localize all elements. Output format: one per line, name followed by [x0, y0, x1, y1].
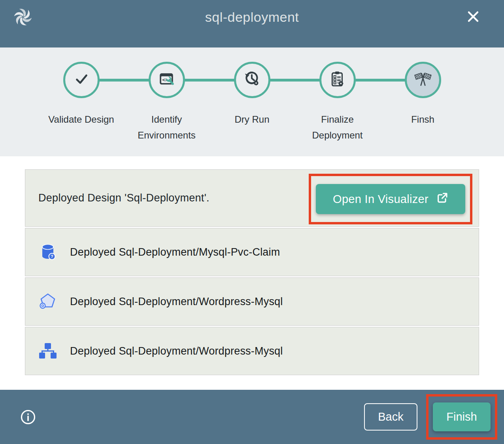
- back-button[interactable]: Back: [364, 403, 417, 431]
- finish-button[interactable]: Finish: [433, 402, 491, 431]
- step-dry-run: Dry Run: [210, 62, 295, 143]
- modal-header: sql-deployment: [0, 0, 504, 47]
- result-row-text: Deployed Sql-Deployment/Wordpress-Mysql: [70, 345, 283, 357]
- step-circle-finish: [405, 62, 441, 98]
- step-circle-finalize: [319, 62, 356, 98]
- check-icon: [72, 70, 91, 90]
- checkered-flags-icon: [414, 70, 432, 90]
- step-circle-identify: <>: [149, 62, 185, 98]
- step-circle-dry-run: [234, 62, 270, 98]
- modal-footer: Back Finish: [0, 390, 504, 444]
- step-validate-design: Validate Design: [39, 62, 124, 143]
- result-row-wordpress-mysql-2: Deployed Sql-Deployment/Wordpress-Mysql: [25, 327, 479, 375]
- step-label: Dry Run: [234, 112, 269, 127]
- step-finish: Finsh: [380, 62, 466, 143]
- deployment-wizard-modal: sql-deployment Validate: [0, 0, 504, 444]
- step-identify-environments: <> Identify Environments: [124, 62, 210, 143]
- info-icon[interactable]: [20, 409, 36, 425]
- result-row-text: Deployed Sql-Deployment/Mysql-Pvc-Claim: [70, 246, 280, 258]
- pentagon-node-icon: [38, 292, 57, 311]
- code-wrench-icon: <>: [158, 70, 176, 90]
- step-label: Validate Design: [48, 112, 114, 127]
- open-in-visualizer-button[interactable]: Open In Visualizer: [316, 184, 465, 214]
- history-gear-icon: [243, 70, 261, 90]
- step-finalize-deployment: Finalize Deployment: [295, 62, 380, 143]
- deployed-design-row: Deployed Design 'Sql-Deployment'. Open I…: [25, 169, 479, 227]
- result-row-text: Deployed Sql-Deployment/Wordpress-Mysql: [70, 296, 283, 308]
- database-icon: ?: [38, 243, 57, 262]
- step-label: Identify Environments: [127, 112, 206, 143]
- deployed-design-text: Deployed Design 'Sql-Deployment'.: [38, 192, 210, 204]
- page-title: sql-deployment: [205, 9, 299, 25]
- red-highlight-box-finish: Finish: [426, 394, 497, 440]
- step-circle-validate: [63, 62, 100, 98]
- result-row-wordpress-mysql: Deployed Sql-Deployment/Wordpress-Mysql: [25, 277, 479, 326]
- open-in-visualizer-label: Open In Visualizer: [333, 193, 428, 206]
- step-label: Finalize Deployment: [298, 112, 377, 143]
- clipboard-gear-icon: [328, 70, 347, 90]
- svg-text:?: ?: [51, 254, 53, 259]
- hierarchy-icon: [38, 342, 57, 361]
- result-row-pvc-claim: ? Deployed Sql-Deployment/Mysql-Pvc-Clai…: [25, 228, 479, 276]
- deployment-results: Deployed Design 'Sql-Deployment'. Open I…: [0, 156, 504, 390]
- red-highlight-box: Open In Visualizer: [309, 174, 472, 224]
- meshery-pinwheel-logo: [12, 6, 34, 28]
- step-label: Finsh: [411, 112, 434, 127]
- close-icon[interactable]: [465, 9, 481, 25]
- external-link-icon: [436, 192, 448, 207]
- wizard-stepper: Validate Design <>: [0, 47, 504, 156]
